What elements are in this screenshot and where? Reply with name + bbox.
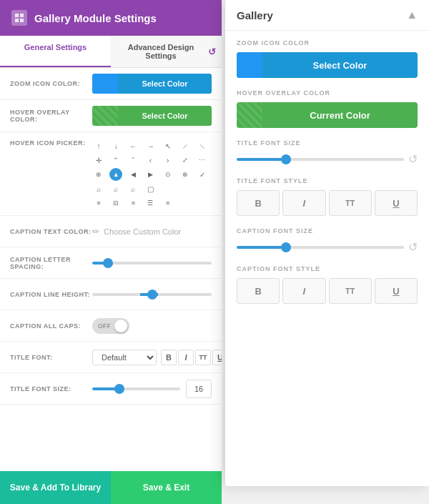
icon-spacer1 bbox=[162, 182, 174, 195]
rp-caption-size-slider-row: ↺ bbox=[237, 240, 418, 254]
hover-overlay-control: Select Color bbox=[92, 106, 212, 126]
rp-title-tt-btn[interactable]: TT bbox=[329, 190, 372, 216]
title-font-size-row: TITLE FONT SIZE: 16 bbox=[0, 373, 222, 405]
caption-color-text: Choose Custom Color bbox=[104, 227, 181, 236]
hover-overlay-btn-label: Select Color bbox=[118, 106, 212, 126]
rp-caption-font-style-section: CAPTION FONT STYLE B I TT U bbox=[237, 265, 418, 304]
tab-advanced[interactable]: Advanced Design Settings ↺ bbox=[111, 36, 222, 67]
tab-general[interactable]: General Settings bbox=[0, 36, 111, 67]
icon-up[interactable]: ↑ bbox=[92, 139, 105, 152]
icon-list3[interactable]: ≡ bbox=[127, 197, 139, 209]
rp-title-size-slider[interactable] bbox=[237, 158, 404, 161]
rp-zoom-icon-label: ZOOM ICON COLOR bbox=[237, 39, 418, 46]
svg-rect-2 bbox=[15, 19, 19, 22]
rp-title-italic-btn[interactable]: I bbox=[282, 190, 325, 216]
rp-hover-overlay-label: HOVER OVERLAY COLOR bbox=[237, 89, 418, 97]
icon-search3[interactable]: ⌕ bbox=[127, 182, 139, 195]
icon-spacer2 bbox=[179, 182, 192, 195]
icon-circle-plus[interactable]: ⊕ bbox=[92, 168, 105, 181]
module-icon bbox=[11, 10, 27, 26]
toggle-switch[interactable]: OFF bbox=[92, 318, 129, 334]
icon-triangle-up[interactable]: ▲ bbox=[109, 168, 122, 181]
icon-spacer3 bbox=[196, 182, 209, 195]
icon-down[interactable]: ↓ bbox=[109, 139, 122, 152]
icon-list2[interactable]: ⊟ bbox=[109, 197, 122, 209]
icon-circle[interactable]: ⊙ bbox=[162, 168, 174, 181]
title-italic-btn[interactable]: I bbox=[178, 350, 194, 365]
save-exit-button[interactable]: Save & Exit bbox=[111, 471, 222, 504]
icon-nw[interactable]: ↖ bbox=[162, 139, 174, 152]
icon-se[interactable]: ⟍ bbox=[196, 139, 209, 152]
icon-caret-up[interactable]: ⌃ bbox=[109, 154, 122, 167]
title-font-size-slider[interactable] bbox=[92, 387, 180, 390]
title-font-select[interactable]: Default Arial Georgia bbox=[92, 350, 157, 365]
rp-hover-overlay-section: HOVER OVERLAY COLOR Current Color bbox=[237, 89, 418, 128]
save-library-button[interactable]: Save & Add To Library bbox=[0, 471, 111, 504]
icon-chevron-left[interactable]: ‹ bbox=[144, 154, 157, 167]
rp-title-underline-btn[interactable]: U bbox=[375, 190, 418, 216]
rp-title-font-style-label: TITLE FONT STYLE bbox=[237, 177, 418, 184]
caption-line-height-slider[interactable] bbox=[92, 293, 212, 296]
hover-icon-picker-row: HOVER ICON PICKER: ↑ ↓ ← → ↖ ⟋ ⟍ ✛ ⌃ ˅ ‹… bbox=[0, 132, 222, 216]
hover-overlay-button[interactable]: Select Color bbox=[92, 106, 212, 126]
icon-expand[interactable]: ⤢ bbox=[179, 154, 192, 167]
icon-search2[interactable]: ⌕ bbox=[109, 182, 122, 195]
rp-caption-underline-btn[interactable]: U bbox=[375, 278, 418, 304]
icon-list4[interactable]: ☰ bbox=[144, 197, 157, 209]
title-font-row: TITLE FONT: Default Arial Georgia B I TT… bbox=[0, 342, 222, 373]
icon-chevron-right[interactable]: › bbox=[162, 154, 174, 167]
icon-list5[interactable]: ≡ bbox=[162, 197, 174, 209]
toggle-off-label: OFF bbox=[98, 322, 111, 330]
icon-triangle-left[interactable]: ◀ bbox=[127, 168, 139, 181]
hover-icon-picker-label: HOVER ICON PICKER: bbox=[10, 139, 92, 147]
caption-line-height-row: CAPTION LINE HEIGHT: bbox=[0, 279, 222, 310]
icon-dots[interactable]: ⋯ bbox=[196, 154, 209, 167]
caption-color-picker[interactable]: ✏ Choose Custom Color bbox=[92, 227, 181, 237]
rp-caption-italic-btn[interactable]: I bbox=[282, 278, 325, 304]
icon-right[interactable]: → bbox=[144, 139, 157, 152]
title-font-label: TITLE FONT: bbox=[10, 354, 92, 361]
icon-square[interactable]: ▢ bbox=[144, 182, 157, 195]
icon-left[interactable]: ← bbox=[127, 139, 139, 152]
rp-title-size-reset[interactable]: ↺ bbox=[408, 152, 418, 166]
icon-triangle-right[interactable]: ▶ bbox=[144, 168, 157, 181]
rp-title-font-size-section: TITLE FONT SIZE ↺ bbox=[237, 139, 418, 166]
zoom-color-button[interactable]: Select Color bbox=[92, 74, 212, 94]
rp-title-bold-btn[interactable]: B bbox=[237, 190, 280, 216]
rp-caption-font-style-label: CAPTION FONT STYLE bbox=[237, 265, 418, 272]
right-panel: Gallery ▲ ZOOM ICON COLOR Select Color H… bbox=[225, 0, 429, 486]
icon-caret-down[interactable]: ˅ bbox=[127, 154, 139, 167]
icon-check[interactable]: ✓ bbox=[196, 168, 209, 181]
svg-rect-1 bbox=[20, 14, 24, 17]
icon-picker-grid: ↑ ↓ ← → ↖ ⟋ ⟍ ✛ ⌃ ˅ ‹ › ⤢ ⋯ ⊕ ▲ ◀ bbox=[92, 139, 212, 209]
rp-hover-overlay-swatch bbox=[237, 102, 262, 128]
rp-caption-bold-btn[interactable]: B bbox=[237, 278, 280, 304]
rp-caption-font-size-label: CAPTION FONT SIZE bbox=[237, 227, 418, 234]
rp-title: Gallery bbox=[237, 9, 273, 21]
rp-hover-overlay-btn[interactable]: Current Color bbox=[237, 102, 418, 128]
icon-list1[interactable]: ≡ bbox=[92, 197, 105, 209]
rp-title-font-size-label: TITLE FONT SIZE bbox=[237, 139, 418, 147]
caption-letter-spacing-slider[interactable] bbox=[92, 262, 212, 265]
icon-x-circle[interactable]: ⊗ bbox=[179, 168, 192, 181]
title-underline-btn[interactable]: U bbox=[212, 350, 222, 365]
svg-rect-3 bbox=[20, 19, 24, 22]
rp-collapse-icon[interactable]: ▲ bbox=[406, 9, 418, 21]
rp-zoom-icon-section: ZOOM ICON COLOR Select Color bbox=[237, 39, 418, 78]
title-bold-btn[interactable]: B bbox=[161, 350, 177, 365]
rp-caption-size-slider[interactable] bbox=[237, 246, 404, 249]
title-tt-btn[interactable]: TT bbox=[195, 350, 211, 365]
title-font-size-input[interactable]: 16 bbox=[186, 380, 212, 398]
caption-all-caps-toggle[interactable]: OFF bbox=[92, 318, 129, 334]
icon-ne[interactable]: ⟋ bbox=[179, 139, 192, 152]
caption-all-caps-label: CAPTION ALL CAPS: bbox=[10, 322, 92, 330]
icon-plus[interactable]: ✛ bbox=[92, 154, 105, 167]
tabs-bar: General Settings Advanced Design Setting… bbox=[0, 36, 222, 68]
rp-caption-tt-btn[interactable]: TT bbox=[329, 278, 372, 304]
undo-icon: ↺ bbox=[208, 46, 216, 57]
rp-caption-size-reset[interactable]: ↺ bbox=[408, 240, 418, 254]
rp-title-font-style-section: TITLE FONT STYLE B I TT U bbox=[237, 177, 418, 216]
main-title: Gallery Module Settings bbox=[34, 12, 157, 24]
icon-search1[interactable]: ⌕ bbox=[92, 182, 105, 195]
rp-zoom-color-btn[interactable]: Select Color bbox=[237, 52, 418, 78]
